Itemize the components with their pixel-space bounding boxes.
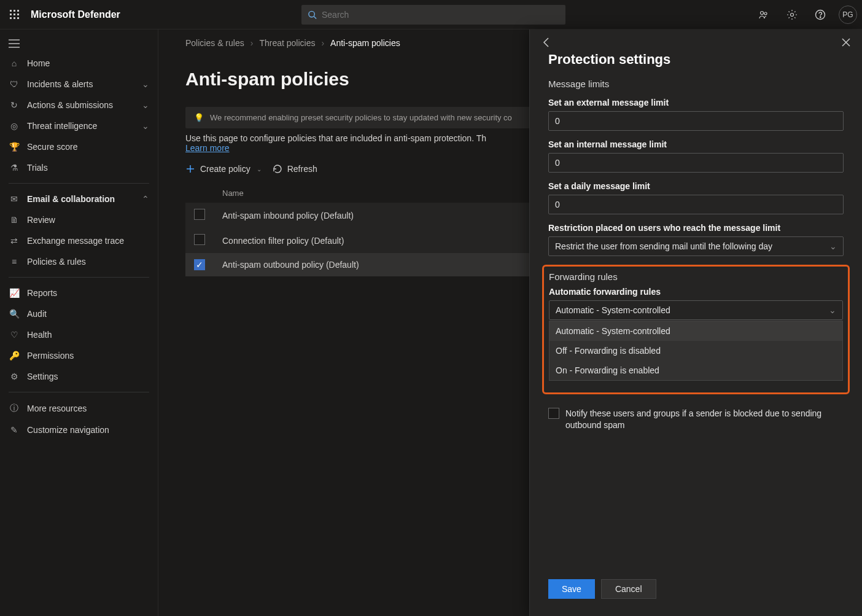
description-text: Use this page to configure policies that…: [185, 133, 486, 143]
gear-icon: ⚙: [9, 372, 20, 381]
field-label-autoforward: Automatic forwarding rules: [549, 287, 843, 297]
chevron-down-icon: ⌄: [142, 121, 149, 131]
save-button[interactable]: Save: [548, 579, 595, 599]
external-limit-value[interactable]: [555, 116, 837, 126]
internal-limit-value[interactable]: [555, 158, 837, 168]
restriction-select[interactable]: Restrict the user from sending mail unti…: [548, 236, 844, 256]
sidebar-item-settings[interactable]: ⚙ Settings: [0, 366, 158, 387]
app-launcher-icon[interactable]: [5, 5, 25, 25]
svg-point-11: [760, 11, 763, 14]
nav-toggle-icon[interactable]: [0, 34, 158, 53]
sidebar-item-label: Audit: [27, 309, 149, 319]
cancel-button[interactable]: Cancel: [601, 579, 656, 599]
sidebar-item-incidents[interactable]: 🛡 Incidents & alerts ⌄: [0, 74, 158, 95]
sidebar-item-label: Permissions: [27, 351, 149, 361]
breadcrumb-item: Anti-spam policies: [330, 38, 400, 48]
svg-rect-0: [10, 10, 12, 12]
dropdown-option[interactable]: Automatic - System-controlled: [549, 321, 842, 341]
sidebar-item-secure-score[interactable]: 🏆 Secure score: [0, 136, 158, 157]
autoforward-selected: Automatic - System-controlled: [556, 305, 670, 315]
chevron-right-icon: ›: [321, 38, 324, 48]
refresh-button[interactable]: Refresh: [273, 164, 317, 174]
daily-limit-value[interactable]: [555, 200, 837, 209]
audit-icon: 🔍: [9, 309, 20, 319]
sidebar-item-label: Health: [27, 330, 149, 340]
home-icon: ⌂: [9, 58, 20, 68]
mail-icon: ✉: [9, 194, 20, 204]
sidebar-item-more-resources[interactable]: ⓘ More resources: [0, 397, 158, 419]
chart-icon: 📈: [9, 288, 20, 298]
row-checkbox[interactable]: [194, 209, 205, 220]
sidebar-item-home[interactable]: ⌂ Home: [0, 53, 158, 74]
action-icon: ↻: [9, 100, 20, 110]
breadcrumb-item[interactable]: Policies & rules: [185, 38, 244, 48]
help-icon[interactable]: [810, 5, 830, 25]
sidebar-item-actions[interactable]: ↻ Actions & submissions ⌄: [0, 95, 158, 115]
protection-settings-panel: Protection settings Message limits Set a…: [529, 29, 862, 616]
chevron-right-icon: ›: [250, 38, 254, 48]
trophy-icon: 🏆: [9, 142, 20, 152]
field-label-daily: Set a daily message limit: [548, 181, 844, 191]
sidebar-item-label: Review: [27, 215, 149, 225]
chevron-down-icon: ⌄: [829, 305, 836, 315]
daily-limit-input[interactable]: [548, 195, 844, 214]
nav-divider: [9, 183, 149, 184]
row-checkbox[interactable]: [194, 234, 205, 245]
people-icon[interactable]: [754, 5, 774, 25]
section-forwarding-rules: Forwarding rules: [549, 271, 843, 282]
panel-title: Protection settings: [530, 48, 862, 76]
sidebar-item-customize-nav[interactable]: ✎ Customize navigation: [0, 419, 158, 440]
sidebar-item-threat-intel[interactable]: ◎ Threat intelligence ⌄: [0, 115, 158, 136]
sidebar-item-label: Threat intelligence: [27, 121, 142, 131]
close-icon[interactable]: [841, 37, 851, 47]
avatar[interactable]: PG: [839, 6, 857, 24]
notify-checkbox-row: Notify these users and groups if a sende…: [548, 408, 844, 431]
autoforward-dropdown[interactable]: Automatic - System-controlled ⌄ Automati…: [549, 300, 843, 320]
learn-more-link[interactable]: Learn more: [185, 143, 230, 153]
create-policy-button[interactable]: Create policy ⌄: [185, 164, 262, 174]
search-box[interactable]: [301, 5, 565, 25]
section-message-limits: Message limits: [548, 79, 844, 89]
info-icon: ⓘ: [9, 403, 20, 414]
sidebar-item-permissions[interactable]: 🔑 Permissions: [0, 345, 158, 366]
sidebar-item-audit[interactable]: 🔍 Audit: [0, 303, 158, 324]
chevron-down-icon: ⌄: [142, 79, 149, 89]
sidebar-item-label: Reports: [27, 288, 149, 298]
sidebar-group-label: Email & collaboration: [27, 194, 142, 204]
chevron-down-icon: ⌄: [142, 100, 149, 110]
dropdown-option[interactable]: On - Forwarding is enabled: [549, 361, 842, 380]
svg-rect-1: [14, 10, 15, 12]
row-checkbox[interactable]: ✓: [194, 259, 205, 270]
internal-limit-input[interactable]: [548, 153, 844, 173]
svg-point-15: [820, 17, 820, 17]
sidebar-item-exchange-trace[interactable]: ⇄ Exchange message trace: [0, 230, 158, 251]
dropdown-option[interactable]: Off - Forwarding is disabled: [549, 341, 842, 361]
sidebar-item-trials[interactable]: ⚗ Trials: [0, 157, 158, 178]
search-input[interactable]: [322, 10, 559, 20]
breadcrumb-item[interactable]: Threat policies: [259, 38, 315, 48]
sidebar-item-health[interactable]: ♡ Health: [0, 324, 158, 345]
brand-label: Microsoft Defender: [31, 9, 120, 20]
nav-divider: [9, 277, 149, 278]
sidebar-item-reports[interactable]: 📈 Reports: [0, 283, 158, 303]
back-icon[interactable]: [541, 37, 552, 48]
external-limit-input[interactable]: [548, 111, 844, 131]
autoforward-dropdown-list: Automatic - System-controlled Off - Forw…: [549, 321, 843, 381]
sidebar-item-label: Secure score: [27, 142, 149, 152]
gear-icon[interactable]: [782, 5, 802, 25]
chevron-down-icon: ⌄: [829, 241, 837, 251]
svg-point-9: [309, 11, 314, 17]
sidebar-item-review[interactable]: 🗎 Review: [0, 209, 158, 230]
svg-rect-4: [14, 14, 15, 15]
shield-icon: 🛡: [9, 79, 20, 89]
chevron-down-icon: ⌄: [257, 166, 262, 173]
sidebar-item-label: Home: [27, 58, 149, 68]
info-banner-text: We recommend enabling preset security po…: [210, 113, 512, 122]
doc-icon: 🗎: [9, 215, 20, 225]
notify-checkbox-label: Notify these users and groups if a sende…: [565, 408, 844, 431]
notify-checkbox[interactable]: [548, 408, 559, 419]
sidebar-item-policies-rules[interactable]: ≡ Policies & rules: [0, 251, 158, 272]
svg-rect-6: [10, 17, 12, 19]
refresh-icon: [273, 164, 282, 174]
sidebar-group-email[interactable]: ✉ Email & collaboration ⌃: [0, 189, 158, 209]
